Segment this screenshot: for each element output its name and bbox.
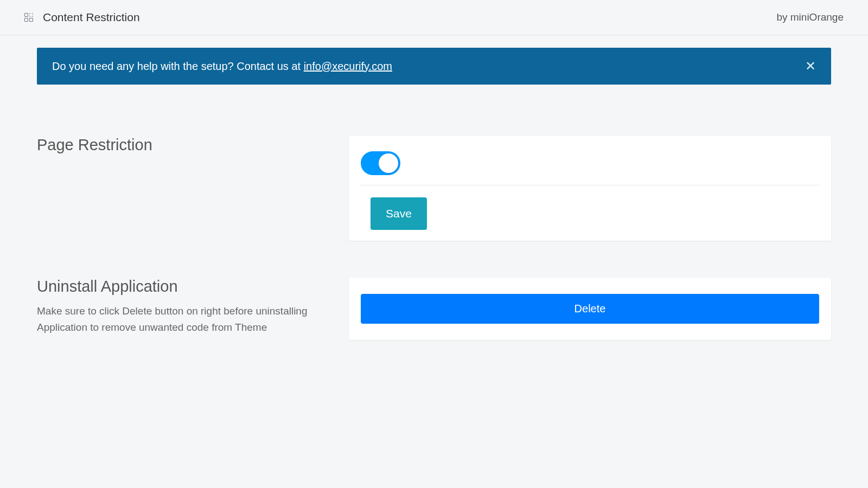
- save-row: Save: [361, 185, 819, 230]
- close-icon[interactable]: ✕: [805, 60, 816, 73]
- uninstall-card: Delete: [349, 278, 831, 340]
- app-header: Content Restriction by miniOrange: [0, 0, 868, 35]
- delete-button[interactable]: Delete: [361, 294, 819, 324]
- uninstall-description: Make sure to click Delete button on righ…: [37, 303, 327, 336]
- help-banner-text: Do you need any help with the setup? Con…: [52, 60, 392, 73]
- save-button[interactable]: Save: [371, 197, 427, 230]
- page-restriction-title: Page Restriction: [37, 136, 327, 154]
- page-restriction-card: Save: [349, 136, 831, 241]
- app-title: Content Restriction: [43, 11, 140, 24]
- help-email-link[interactable]: info@xecurify.com: [304, 60, 392, 72]
- apps-grid-icon[interactable]: [24, 13, 33, 22]
- uninstall-section: Uninstall Application Make sure to click…: [37, 278, 831, 340]
- page-restriction-toggle[interactable]: [361, 151, 400, 175]
- page-restriction-info: Page Restriction: [37, 136, 327, 241]
- help-banner: Do you need any help with the setup? Con…: [37, 48, 831, 85]
- uninstall-title: Uninstall Application: [37, 278, 327, 296]
- help-banner-prefix: Do you need any help with the setup? Con…: [52, 60, 304, 72]
- toggle-row: [361, 147, 819, 185]
- vendor-credit: by miniOrange: [776, 11, 844, 23]
- toggle-knob: [379, 153, 398, 173]
- header-left: Content Restriction: [24, 11, 140, 24]
- uninstall-info: Uninstall Application Make sure to click…: [37, 278, 327, 340]
- page-restriction-section: Page Restriction Save: [37, 136, 831, 241]
